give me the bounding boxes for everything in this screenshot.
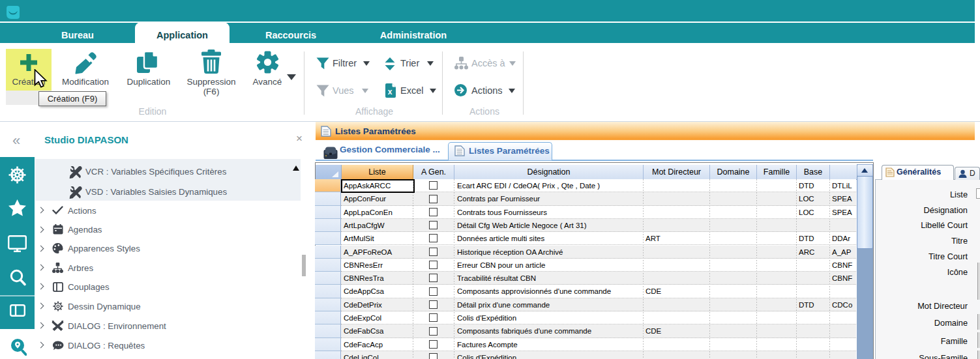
svg-text:x: x — [388, 87, 393, 96]
